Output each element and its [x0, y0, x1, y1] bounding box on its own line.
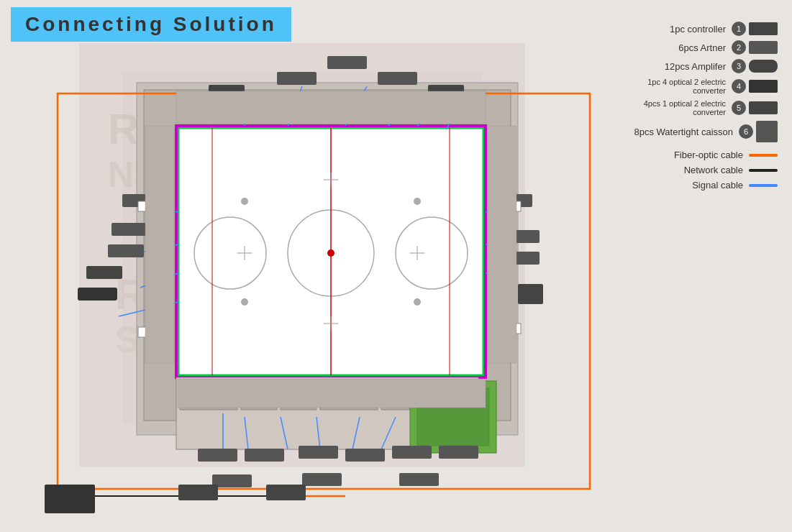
svg-rect-63: [327, 56, 367, 69]
svg-rect-79: [345, 449, 385, 462]
svg-rect-87: [266, 485, 306, 500]
svg-rect-62: [277, 72, 317, 85]
legend-item-2: 6pcs Artner 2: [619, 40, 778, 55]
svg-rect-69: [108, 244, 144, 257]
svg-rect-80: [392, 446, 432, 459]
legend-label-1: 1pc controller: [619, 24, 726, 35]
svg-rect-68: [111, 223, 147, 236]
legend-number-6: 6: [739, 124, 753, 139]
title-box: Connecting Solution: [11, 7, 291, 42]
legend-item-5: 4pcs 1 optical 2 electric converter 5: [619, 99, 778, 116]
svg-rect-71: [78, 288, 117, 301]
svg-rect-64: [378, 72, 417, 85]
svg-point-22: [241, 298, 248, 306]
svg-rect-86: [178, 485, 218, 500]
svg-rect-78: [299, 446, 338, 459]
svg-point-20: [241, 198, 248, 205]
svg-rect-103: [176, 379, 486, 408]
legend-icon-2: [749, 41, 778, 54]
legend-icon-5: [749, 101, 778, 114]
svg-rect-100: [145, 126, 174, 363]
fiber-label: Fiber-optic cable: [619, 150, 743, 160]
legend-label-2: 6pcs Artner: [619, 42, 726, 53]
svg-rect-85: [45, 485, 95, 513]
svg-rect-83: [302, 473, 342, 486]
legend-panel: 1pc controller 1 6pcs Artner 2 12pcs Amp…: [619, 22, 778, 195]
diagram-svg: ROMA NSO RO ROMAN SO ROMANS O: [0, 0, 626, 532]
svg-rect-76: [198, 449, 237, 462]
svg-rect-84: [399, 473, 439, 486]
legend-icon-4: [749, 80, 778, 93]
svg-rect-82: [212, 474, 252, 487]
svg-rect-75: [518, 284, 543, 304]
svg-point-23: [414, 298, 421, 306]
legend-item-4: 1pc 4 optical 2 electric converter 4: [619, 78, 778, 95]
cable-fiber: Fiber-optic cable: [619, 150, 778, 160]
legend-icon-6: [756, 121, 778, 142]
legend-icon-1: [749, 22, 778, 35]
cable-legend: Fiber-optic cable Network cable Signal c…: [619, 150, 778, 191]
signal-label: Signal cable: [619, 180, 743, 191]
svg-rect-77: [245, 449, 284, 462]
network-line: [749, 169, 778, 172]
cable-signal: Signal cable: [619, 180, 778, 191]
legend-number-4: 4: [732, 79, 746, 93]
legend-number-2: 2: [732, 40, 746, 55]
legend-label-5: 4pcs 1 optical 2 electric converter: [619, 99, 726, 116]
svg-rect-102: [176, 91, 486, 124]
legend-item-1: 1pc controller 1: [619, 22, 778, 36]
legend-number-1: 1: [732, 22, 746, 36]
legend-icon-3: [749, 60, 778, 73]
svg-rect-101: [488, 126, 516, 363]
legend-label-3: 12pcs Amplifer: [619, 61, 726, 72]
legend-number-5: 5: [732, 101, 746, 115]
legend-item-3: 12pcs Amplifer 3: [619, 59, 778, 73]
svg-point-24: [327, 249, 334, 257]
legend-label-4: 1pc 4 optical 2 electric converter: [619, 78, 726, 95]
svg-rect-70: [86, 266, 122, 279]
svg-point-21: [414, 198, 421, 205]
legend-label-6: 8pcs Watertight caisson: [619, 127, 733, 137]
page-title: Connecting Solution: [25, 13, 277, 35]
network-label: Network cable: [619, 165, 743, 175]
legend-number-3: 3: [732, 59, 746, 73]
cable-network: Network cable: [619, 165, 778, 175]
legend-item-6: 8pcs Watertight caisson 6: [619, 121, 778, 142]
svg-rect-81: [439, 446, 478, 459]
fiber-line: [749, 154, 778, 157]
signal-line: [749, 184, 778, 187]
